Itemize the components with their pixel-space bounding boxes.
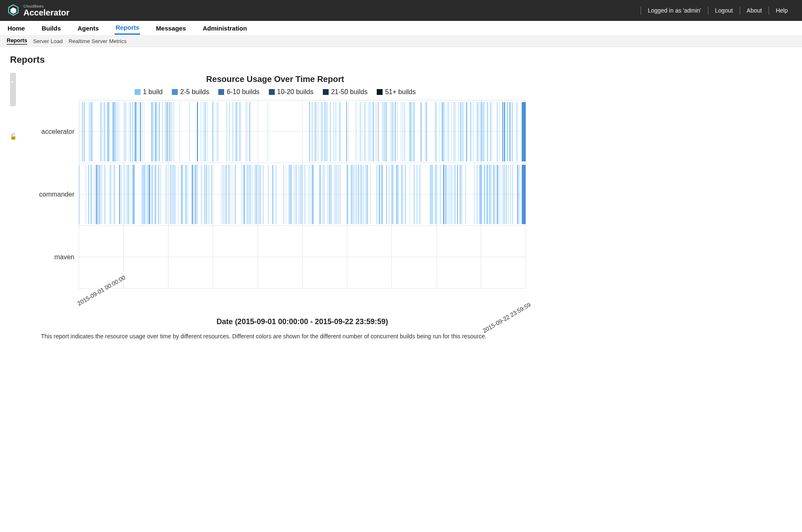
chart-endcap [522, 102, 526, 161]
chart-stripe [296, 165, 296, 224]
chart-stripe [326, 102, 327, 161]
chart-stripe [510, 102, 511, 161]
legend-item[interactable]: 1 build [135, 88, 163, 96]
chart-stripe [125, 165, 125, 224]
chart-stripe [150, 165, 151, 224]
lock-icon[interactable]: 🔓 [10, 133, 17, 140]
chart-stripe [493, 165, 494, 224]
legend-item[interactable]: 2-5 builds [172, 88, 209, 96]
chart-stripe [413, 102, 413, 161]
nav-reports[interactable]: Reports [115, 21, 140, 35]
chart-plot-area[interactable]: acceleratorcommandermaven [79, 100, 526, 289]
chart-stripe [507, 102, 507, 161]
chart-stripe [370, 102, 370, 161]
chart-stripe [396, 165, 397, 224]
chart-stripe [86, 165, 86, 224]
chart-stripe [462, 102, 463, 161]
chart-stripe [309, 165, 310, 224]
legend-swatch-icon [323, 89, 329, 95]
chart-stripe [446, 165, 447, 224]
nav-agents[interactable]: Agents [77, 22, 100, 34]
chart-stripe [300, 165, 300, 224]
chart-stripe [113, 102, 114, 161]
help-link[interactable]: Help [769, 7, 794, 14]
topbar-right: Logged in as 'admin' Logout About Help [641, 6, 794, 15]
chart-stripe [111, 165, 111, 224]
chart-xaxis-title: Date (2015-09-01 00:00:00 - 2015-09-22 2… [79, 317, 526, 326]
chart-stripe [179, 102, 180, 161]
legend-item[interactable]: 21-50 builds [323, 88, 368, 96]
chart-stripe [368, 165, 368, 224]
subnav-server-load[interactable]: Server Load [33, 38, 63, 44]
chart-stripe [447, 102, 447, 161]
chart-stripe [250, 165, 251, 224]
chart-stripe [107, 102, 108, 161]
chart-stripe [105, 102, 105, 161]
subnav-reports[interactable]: Reports [7, 37, 27, 45]
chart-stripe [312, 165, 313, 224]
chart-stripe [209, 165, 210, 224]
chart-stripe [386, 165, 387, 224]
chart-stripe [466, 102, 466, 161]
nav-administration[interactable]: Administration [202, 22, 248, 34]
chart-stripe [214, 102, 215, 161]
chart-stripe [495, 165, 496, 224]
chart-stripe [171, 102, 171, 161]
about-link[interactable]: About [740, 7, 769, 14]
chart-stripe [421, 102, 421, 161]
chart-stripe [166, 165, 166, 224]
chart-stripe [212, 102, 212, 161]
nav-home[interactable]: Home [7, 22, 26, 34]
chart-stripe [420, 102, 421, 161]
legend-item[interactable]: 10-20 builds [269, 88, 314, 96]
chart-wrapper: Resource Usage Over Time Report 1 build2… [20, 72, 530, 340]
chart-stripe [454, 165, 454, 224]
chart-stripe [444, 165, 444, 224]
chart-stripe [130, 165, 130, 224]
sub-nav: Reports Server Load Realtime Server Metr… [0, 36, 802, 47]
brand[interactable]: CloudBees Accelerator [8, 4, 69, 17]
chart-stripe [169, 102, 170, 161]
chart-stripe [195, 165, 196, 224]
legend-item[interactable]: 51+ builds [377, 88, 416, 96]
chart-row-label: maven [20, 253, 74, 261]
legend-label: 10-20 builds [277, 88, 314, 96]
chart-stripe [419, 165, 420, 224]
chart-stripe [503, 102, 504, 161]
chart-stripe [353, 165, 354, 224]
chart-stripe [414, 102, 415, 161]
logout-link[interactable]: Logout [708, 7, 740, 14]
chart-stripe [498, 165, 498, 224]
chart-stripe [506, 165, 506, 224]
chart-stripe [411, 102, 411, 161]
chart-stripe [489, 165, 489, 224]
chart-stripe [337, 165, 337, 224]
chart-stripe [499, 165, 499, 224]
chart-stripe [90, 165, 91, 224]
chart-stripe [458, 102, 459, 161]
chart-stripe [312, 102, 312, 161]
chart-stripe [151, 165, 151, 224]
chart-stripe [245, 165, 245, 224]
chart-stripe [383, 102, 383, 161]
panel-collapse-handle[interactable] [10, 73, 16, 106]
chart-stripe [441, 165, 441, 224]
chart-stripe [393, 102, 394, 161]
chart-row-maven [79, 226, 526, 289]
legend-item[interactable]: 6-10 builds [218, 88, 259, 96]
chart-stripe [250, 165, 250, 224]
chart-stripe [174, 102, 174, 161]
chart-stripe [186, 165, 186, 224]
chart-stripe [159, 165, 159, 224]
chart-stripe [212, 165, 212, 224]
subnav-realtime-metrics[interactable]: Realtime Server Metrics [69, 38, 127, 44]
chart-stripe [460, 102, 460, 161]
chart-stripe [124, 102, 125, 161]
nav-builds[interactable]: Builds [41, 22, 62, 34]
chart-stripe [235, 165, 235, 224]
chart-stripe [94, 165, 95, 224]
nav-messages[interactable]: Messages [155, 22, 187, 34]
chart-stripe [449, 165, 450, 224]
chart-stripe [223, 165, 223, 224]
chart-stripe [319, 165, 319, 224]
